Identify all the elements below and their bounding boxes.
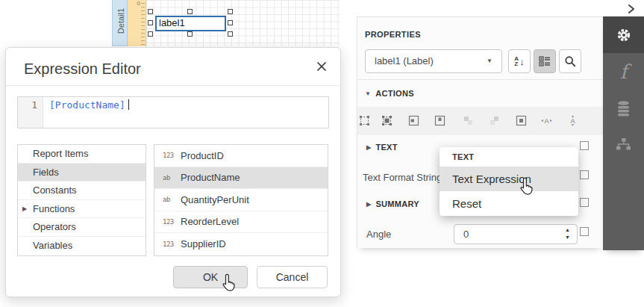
numeric-field-icon: 123	[163, 241, 181, 248]
report-structure-icon	[616, 137, 631, 152]
selection-handle-n[interactable]	[187, 9, 193, 14]
center-horizontally-icon[interactable]	[407, 114, 420, 127]
object-selector-dropdown[interactable]: label1 (Label) ▼	[365, 49, 502, 73]
string-field-icon: ab	[163, 174, 181, 182]
expression-editor-dialog: Expression Editor 1 [ProductName] Report…	[5, 47, 341, 297]
section-summary[interactable]: ▶SUMMARY	[366, 199, 419, 208]
dialog-title: Expression Editor	[24, 61, 141, 78]
angle-label: Angle	[366, 229, 391, 240]
numeric-field-icon: 123	[163, 218, 181, 226]
section-actions[interactable]: ▼ACTIONS	[365, 89, 414, 98]
ruler-origin-label: 0	[137, 0, 140, 7]
selection-handle-s[interactable]	[187, 31, 193, 37]
label-control[interactable]: label1	[155, 16, 226, 31]
expand-arrow-icon[interactable]: ▶	[22, 200, 27, 219]
selection-handle-se[interactable]	[228, 31, 233, 37]
actions-toolbar: A A	[357, 107, 603, 135]
fit-to-container-icon[interactable]	[381, 114, 393, 127]
field-item-productname[interactable]: ab ProductName	[154, 167, 328, 190]
spin-down-icon[interactable]: ▼	[565, 234, 570, 241]
selection-handle-ne[interactable]	[228, 9, 233, 14]
section-text[interactable]: ▶TEXT	[366, 143, 398, 152]
tab-field-list[interactable]	[603, 90, 644, 126]
fit-text-width-icon[interactable]: A	[540, 114, 553, 127]
collapse-panel-chevron-icon[interactable]	[626, 3, 637, 15]
svg-text:A: A	[570, 117, 575, 125]
string-field-icon: ab	[163, 196, 181, 203]
field-item-productid[interactable]: 123 ProductID	[154, 145, 328, 167]
text-context-menu: TEXT Text Expression Reset	[440, 147, 578, 216]
text-caret	[128, 99, 129, 110]
gear-icon	[615, 26, 633, 44]
numeric-field-icon: 123	[163, 152, 181, 159]
tab-report-explorer[interactable]	[603, 126, 644, 163]
ok-button[interactable]: OK	[173, 266, 248, 288]
database-icon	[616, 100, 631, 117]
category-list: Report Items Fields Constants ▶ Function…	[17, 144, 146, 256]
category-fields[interactable]: Fields	[18, 164, 146, 182]
search-icon	[564, 55, 576, 67]
property-marker-angle[interactable]	[580, 227, 589, 236]
dialog-divider	[6, 85, 340, 86]
panel-divider	[357, 79, 603, 80]
editor-line-number: 1	[18, 97, 43, 128]
tab-properties[interactable]	[603, 16, 644, 53]
field-item-quantityperunit[interactable]: ab QuantityPerUnit	[154, 189, 328, 211]
category-report-items[interactable]: Report Items	[18, 145, 146, 164]
center-in-container-icon[interactable]	[515, 114, 528, 127]
sort-az-button[interactable]: AZ ↓	[508, 49, 531, 73]
field-item-supplierid[interactable]: 123 SupplierID	[154, 233, 328, 255]
band-ruler: 0	[128, 0, 146, 46]
chevron-down-icon: ▼	[487, 50, 493, 72]
spin-up-icon[interactable]: ▲	[565, 226, 570, 234]
expression-code-editor[interactable]: 1 [ProductName]	[17, 96, 329, 128]
category-variables[interactable]: Variables	[18, 237, 146, 255]
field-item-reorderlevel[interactable]: 123 ReorderLevel	[154, 211, 328, 234]
selection-handle-sw[interactable]	[148, 31, 153, 37]
group-by-category-button[interactable]	[534, 49, 556, 73]
category-operators[interactable]: Operators	[18, 218, 146, 237]
expand-triangle-icon: ▶	[366, 201, 371, 208]
text-format-string-label: Text Format String	[363, 172, 442, 183]
bring-to-front-icon[interactable]	[462, 114, 475, 127]
category-functions[interactable]: ▶ Functions	[18, 200, 146, 219]
editor-code-line[interactable]: [ProductName]	[43, 97, 129, 128]
svg-text:A: A	[544, 117, 548, 125]
detail-band-label: Detail1	[116, 0, 125, 43]
property-marker-summary[interactable]	[580, 198, 589, 207]
expression-text: [ProductName]	[49, 99, 125, 111]
close-icon[interactable]	[316, 61, 328, 72]
menu-item-text-expression[interactable]: Text Expression	[440, 167, 578, 191]
object-selector-value: label1 (Label)	[375, 55, 434, 66]
search-button[interactable]	[559, 49, 581, 73]
detail-band[interactable]: Detail1	[112, 0, 128, 46]
category-list-icon	[539, 55, 551, 67]
property-marker-text[interactable]	[580, 141, 589, 150]
context-menu-header: TEXT	[440, 147, 578, 167]
designer-side-toolbar: f	[603, 16, 644, 250]
field-list: 123 ProductID ab ProductName ab Quantity…	[154, 144, 328, 256]
properties-header: PROPERTIES	[365, 30, 421, 39]
property-marker-text-format-string[interactable]	[580, 170, 589, 179]
fit-bounds-icon[interactable]	[358, 114, 371, 127]
sort-az-icon: AZ ↓	[514, 56, 524, 67]
send-to-back-icon[interactable]	[488, 114, 501, 127]
tab-expressions[interactable]: f	[603, 53, 644, 90]
function-icon: f	[620, 61, 628, 83]
fit-text-height-icon[interactable]: A	[566, 114, 579, 127]
spinner-arrows[interactable]: ▲ ▼	[565, 226, 570, 241]
menu-item-reset[interactable]: Reset	[440, 191, 578, 216]
center-vertically-icon[interactable]	[434, 114, 446, 127]
cancel-button[interactable]: Cancel	[257, 266, 328, 288]
category-constants[interactable]: Constants	[18, 182, 146, 200]
selection-handle-w[interactable]	[148, 20, 153, 25]
selection-handle-e[interactable]	[228, 20, 233, 25]
angle-spinner[interactable]: 0 ▲ ▼	[454, 224, 578, 244]
expand-triangle-icon: ▶	[366, 144, 371, 151]
collapse-triangle-icon: ▼	[365, 90, 371, 97]
angle-value: 0	[463, 229, 469, 240]
selection-handle-nw[interactable]	[148, 9, 153, 14]
